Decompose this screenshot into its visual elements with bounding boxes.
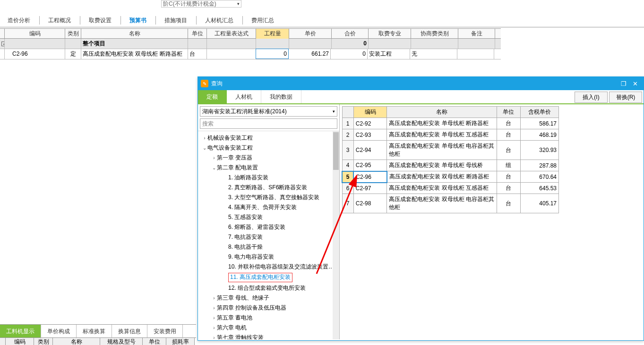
cell-name[interactable]: 高压成套配电柜安装 单母线柜 断路器柜 <box>387 118 497 129</box>
table-row[interactable]: 2C2-93高压成套配电柜安装 单母线柜 互感器柜台468.19 <box>342 129 559 141</box>
replace-button[interactable]: 替换(R) <box>609 92 642 103</box>
btab-material[interactable]: 工料机显示 <box>0 325 41 338</box>
table-row[interactable]: 3C2-94高压成套配电柜安装 单母线柜 电容器柜其他柜台320.93 <box>342 141 559 160</box>
cell-price[interactable]: 287.88 <box>521 160 559 171</box>
tab-budget-book[interactable]: 预算书 <box>122 13 155 27</box>
qtab-mydata[interactable]: 我的数据 <box>261 90 301 103</box>
cell-unit[interactable]: 台 <box>497 194 520 213</box>
qt-h-name[interactable]: 名称 <box>387 107 497 118</box>
cell-code[interactable]: C2-95 <box>353 160 387 171</box>
cell-name[interactable]: 高压成套配电柜安装 单母线柜 母线桥 <box>387 160 497 171</box>
restore-button[interactable]: ❐ <box>618 80 629 87</box>
cell-price[interactable]: 661.27 <box>288 49 331 59</box>
cell-name[interactable]: 高压成套配电柜安装 单母线柜 电容器柜其他柜 <box>387 141 497 160</box>
tree-node[interactable]: ›机械设备安装工程 <box>200 133 339 143</box>
tree-node[interactable]: 2. 真空断路器、SF6断路器安装 <box>200 183 339 193</box>
qt-h-code[interactable]: 编码 <box>353 107 387 118</box>
cell-neg[interactable]: 无 <box>410 49 457 59</box>
tree-node[interactable]: 5. 互感器安装 <box>200 212 339 222</box>
cell-price[interactable]: 468.19 <box>521 129 559 141</box>
grid-header-note[interactable]: 备注 <box>458 29 495 39</box>
cell-code[interactable]: C2-96 <box>5 49 65 59</box>
bh-cat[interactable]: 类别 <box>34 338 53 345</box>
qt-h-price[interactable]: 含税单价 <box>521 107 559 118</box>
grid-header-neg[interactable]: 协商费类别 <box>411 29 458 39</box>
cell-code[interactable]: C2-96 <box>353 171 387 183</box>
btab-convert-info[interactable]: 换算信息 <box>112 325 147 338</box>
stage-dropdown[interactable]: 阶C(不计规费计税金) ▾ <box>161 0 241 8</box>
expand-icon[interactable]: › <box>211 155 217 160</box>
tree-node[interactable]: 7. 电抗器安装 <box>200 232 339 242</box>
insert-button[interactable]: 插入(I) <box>575 92 608 103</box>
grid-header-category[interactable]: 类别 <box>65 29 81 39</box>
scrollbar-thumb[interactable] <box>333 132 339 170</box>
cell-unit[interactable]: 台 <box>497 118 520 129</box>
expand-icon[interactable]: › <box>202 135 207 141</box>
grid-data-row[interactable]: C2-96 定 高压成套配电柜安装 双母线柜 断路器柜 台 0 661.27 0… <box>0 49 501 59</box>
cell-spec[interactable]: 安装工程 <box>368 49 410 59</box>
grid-header-expr[interactable]: 工程量表达式 <box>207 29 256 39</box>
btab-standard-convert[interactable]: 标准换算 <box>77 325 112 338</box>
table-row[interactable]: 5C2-96高压成套配电柜安装 双母线柜 断路器柜台670.64 <box>342 171 559 183</box>
qtab-quota[interactable]: 定额 <box>198 90 227 103</box>
expand-icon[interactable]: › <box>211 335 217 339</box>
cell-unit[interactable]: 台 <box>497 183 520 194</box>
tab-measure-items[interactable]: 措施项目 <box>157 13 195 27</box>
expand-icon[interactable]: ⌄ <box>202 145 207 151</box>
cell-total[interactable]: 0 <box>331 49 368 59</box>
btab-install-fee[interactable]: 安装费用 <box>147 325 183 338</box>
tree-node[interactable]: ›第三章 母线、绝缘子 <box>200 293 339 303</box>
collapse-toggle[interactable]: - <box>0 39 5 49</box>
cell-unit[interactable]: 组 <box>497 160 520 171</box>
cell-unit[interactable]: 台 <box>497 141 520 160</box>
bh-name[interactable]: 名称 <box>53 338 100 345</box>
grid-header-code[interactable]: 编码 <box>5 29 65 39</box>
grid-header-qty[interactable]: 工程量 <box>256 29 289 39</box>
standard-dropdown[interactable]: 湖南省安装工程消耗量标准(2014) ▾ <box>200 106 337 117</box>
expand-icon[interactable]: › <box>211 305 217 311</box>
tree-node[interactable]: ⌄电气设备安装工程 <box>200 143 339 153</box>
cell-unit[interactable]: 台 <box>188 49 207 59</box>
cell-price[interactable]: 320.93 <box>521 141 559 160</box>
grid-group-row[interactable]: - 整个项目 0 <box>0 39 501 49</box>
cell-code[interactable]: C2-94 <box>353 141 387 160</box>
cell-name[interactable]: 高压成套配电柜安装 双母线柜 互感器柜 <box>387 183 497 194</box>
tree-node[interactable]: 3. 大型空气断路器、真空接触器安装 <box>200 193 339 202</box>
close-button[interactable]: ✕ <box>629 80 641 87</box>
tree-node[interactable]: 1. 油断路器安装 <box>200 173 339 183</box>
tree-node[interactable]: 12. 组合型成套箱式变电所安装 <box>200 283 339 293</box>
cell-code[interactable]: C2-98 <box>353 194 387 213</box>
tree-node[interactable]: ›第七章 滑触线安装 <box>200 333 339 339</box>
table-row[interactable]: 7C2-98高压成套配电柜安装 双母线柜 电容器柜其他柜台405.17 <box>342 194 559 213</box>
tree-node[interactable]: 4. 隔离开关、负荷开关安装 <box>200 202 339 212</box>
table-row[interactable]: 4C2-95高压成套配电柜安装 单母线柜 母线桥组287.88 <box>342 160 559 171</box>
btab-price-composition[interactable]: 单价构成 <box>41 325 77 338</box>
tree-node[interactable]: ›第六章 电机 <box>200 323 339 333</box>
bh-loss[interactable]: 损耗率 <box>166 338 195 345</box>
tab-material-summary[interactable]: 人材机汇总 <box>197 13 241 27</box>
category-tree[interactable]: ›机械设备安装工程⌄电气设备安装工程›第一章 变压器⌄第二章 配电装置1. 油断… <box>198 131 339 339</box>
tree-node[interactable]: 9. 电力电容器安装 <box>200 252 339 262</box>
qtab-material[interactable]: 人材机 <box>227 90 261 103</box>
expand-icon[interactable]: › <box>211 325 217 330</box>
tree-node[interactable]: 11. 高压成套配电柜安装 <box>200 272 339 283</box>
expand-icon[interactable]: › <box>211 315 217 320</box>
cell-price[interactable]: 645.53 <box>521 183 559 194</box>
cell-expr[interactable] <box>207 49 256 59</box>
cell-cat[interactable]: 定 <box>65 49 81 59</box>
grid-header-name[interactable]: 名称 <box>81 29 188 39</box>
tree-node[interactable]: ›第一章 变压器 <box>200 153 339 163</box>
cell-unit[interactable]: 台 <box>497 171 520 183</box>
cell-name[interactable]: 高压成套配电柜安装 双母线柜 断路器柜 <box>81 49 188 59</box>
cell-code[interactable]: C2-93 <box>353 129 387 141</box>
bh-code[interactable]: 编码 <box>6 338 34 345</box>
cell-price[interactable]: 405.17 <box>521 194 559 213</box>
search-input[interactable]: 搜索 <box>200 118 337 129</box>
tab-fee-settings[interactable]: 取费设置 <box>81 13 120 27</box>
tree-node[interactable]: ›第五章 蓄电池 <box>200 313 339 323</box>
table-row[interactable]: 6C2-97高压成套配电柜安装 双母线柜 互感器柜台645.53 <box>342 183 559 194</box>
tab-cost-analysis[interactable]: 造价分析 <box>0 13 38 27</box>
tree-node[interactable]: 8. 电抗器干燥 <box>200 242 339 252</box>
tree-node[interactable]: 10. 并联补偿电容器组架及交流滤波装置… <box>200 262 339 272</box>
grid-header-total[interactable]: 合价 <box>332 29 369 39</box>
